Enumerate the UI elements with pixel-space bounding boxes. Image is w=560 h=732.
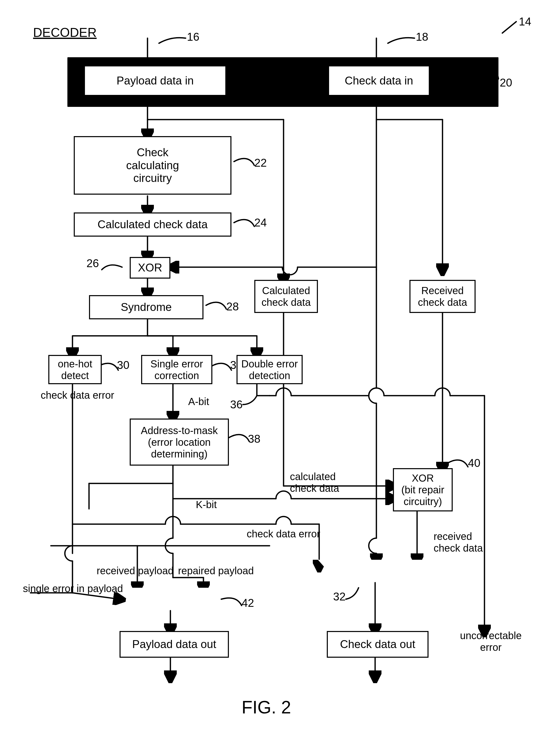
text-addr-mask: Address-to-mask (error location determin… [141, 425, 218, 460]
label-received-check-data-right: received check data [434, 531, 483, 554]
text-xor-bit-repair: XOR (bit repair circuitry) [401, 472, 444, 507]
ref-26: 26 [86, 257, 99, 270]
ref-36: 36 [230, 398, 243, 411]
box-payload-data-in: Payload data in [84, 65, 226, 96]
ref-32: 32 [333, 590, 346, 603]
label-a-bit: A-bit [188, 396, 209, 407]
ref-24: 24 [254, 216, 267, 229]
box-xor: XOR [130, 257, 170, 278]
text-syndrome: Syndrome [121, 301, 172, 314]
box-syndrome: Syndrome [89, 295, 203, 319]
box-recv-check-small: Received check data [409, 280, 476, 313]
ref-42: 42 [242, 597, 254, 610]
label-receiving-circuitry: Receiving circuitry [239, 62, 305, 88]
text-onehot: one-hot detect [58, 358, 92, 382]
svg-marker-30 [318, 560, 432, 583]
label-repaired-payload: repaired payload [178, 565, 254, 577]
ref-38: 38 [248, 433, 260, 446]
text-calc-check: Calculated check data [98, 218, 208, 231]
box-calc-check-small: Calculated check data [254, 280, 318, 313]
ref-28: 28 [226, 300, 239, 313]
text-check-in: Check data in [345, 74, 413, 87]
box-payload-data-out: Payload data out [120, 631, 229, 658]
box-check-data-in: Check data in [328, 65, 430, 96]
figure-caption: FIG. 2 [242, 697, 291, 718]
svg-marker-32 [120, 588, 221, 611]
text-payload-out: Payload data out [132, 638, 216, 651]
text-ded: Double error detection [241, 358, 298, 382]
text-xor: XOR [138, 261, 162, 274]
ref-18: 18 [416, 31, 428, 43]
box-calculated-check-data: Calculated check data [74, 212, 231, 237]
ref-30: 30 [117, 359, 129, 372]
box-xor-bit-repair: XOR (bit repair circuitry) [393, 468, 453, 512]
title-decoder: DECODER [33, 25, 97, 40]
label-calc-check-mid: calculated check data [290, 471, 339, 494]
text-payload-in: Payload data in [116, 74, 194, 87]
label-single-error-in-payload: single error in payload [23, 583, 123, 594]
label-check-data-error-left: check data error [41, 389, 114, 401]
ref-40: 40 [468, 457, 480, 470]
text-check-out: Check data out [340, 638, 415, 651]
box-ded: Double error detection [237, 355, 303, 384]
box-check-calculating: Check calculating circuitry [74, 136, 231, 195]
label-received-payload: received payload [97, 565, 173, 577]
box-one-hot-detect: one-hot detect [48, 355, 102, 384]
ref-16: 16 [187, 31, 199, 43]
ref-22: 22 [254, 156, 267, 169]
label-k-bit: K-bit [196, 499, 217, 510]
ref-14: 14 [519, 15, 531, 28]
text-sec: Single error correction [151, 358, 203, 382]
label-uncorrectable-error: uncorrectable error [455, 630, 526, 653]
ref-20: 20 [500, 76, 512, 89]
label-check-data-error-mid: check data error [247, 528, 320, 540]
text-calc-check-small: Calculated check data [261, 285, 311, 308]
box-address-to-mask: Address-to-mask (error location determin… [130, 419, 229, 466]
text-recv-check-small: Received check data [418, 285, 467, 308]
text-check-calc: Check calculating circuitry [126, 146, 179, 185]
box-check-data-out: Check data out [327, 631, 429, 658]
box-sec: Single error correction [141, 355, 212, 384]
diagram-figure: DECODER 14 16 18 20 Receiving circuitry … [0, 0, 560, 732]
